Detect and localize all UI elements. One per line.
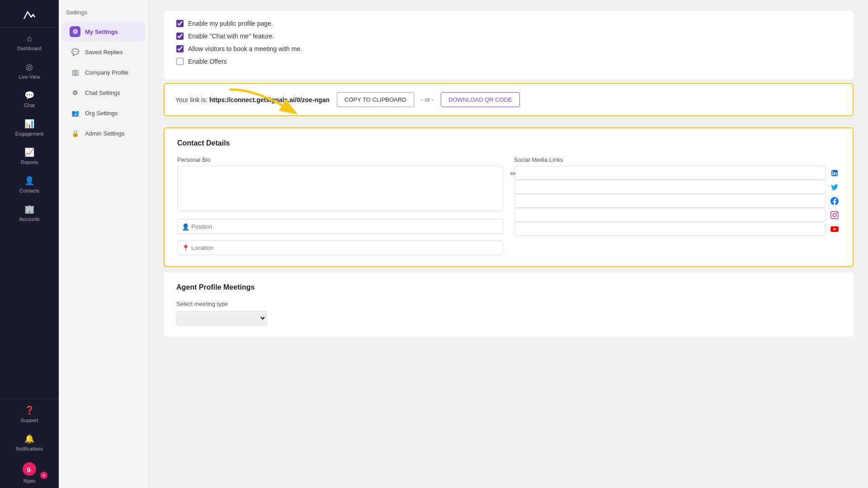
saved-replies-icon: 💬 <box>70 47 80 57</box>
sidebar-label-my-settings: My Settings <box>85 28 118 35</box>
sidebar-item-contacts[interactable]: 👤 Contacts <box>0 169 59 198</box>
nav-label-dashboard: Dashboard <box>17 46 42 51</box>
link-url-text: https://connect.getsignals.ai/0/zoe-ngan <box>209 96 330 103</box>
sidebar-item-accounts[interactable]: 🏢 Accounts <box>0 198 59 226</box>
youtube-input[interactable] <box>514 222 826 236</box>
social-row-linkedin <box>514 166 840 180</box>
checkbox-book-meeting[interactable] <box>176 45 184 52</box>
facebook-input[interactable] <box>514 194 826 208</box>
sidebar-item-my-settings[interactable]: ⚙ My Settings <box>62 22 145 42</box>
edit-bio-icon[interactable]: ✏ <box>510 169 516 178</box>
twitter-input[interactable] <box>514 180 826 194</box>
contact-left-col: Personal Bio ✏ 👤 📍 <box>177 156 503 255</box>
nav-label-contacts: Contacts <box>19 188 39 193</box>
social-row-facebook <box>514 194 840 208</box>
sidebar-label-chat-settings: Chat Settings <box>85 89 120 96</box>
sidebar-item-org-settings[interactable]: 👥 Org Settings <box>62 103 145 123</box>
company-profile-icon: 🏢 <box>70 67 80 78</box>
bio-container: ✏ <box>177 166 503 213</box>
nav-label-engagement: Engagement <box>15 131 43 136</box>
checkbox-enable-offers-row: Enable Offers <box>176 58 841 65</box>
left-navigation: ⌂ Dashboard ◎ Live View 💬 Chat 📊 Engagem… <box>0 0 59 488</box>
sidebar-label-admin-settings: Admin Settings <box>85 130 124 137</box>
checkbox-chat-with-me-row: Enable "Chat with me" feature. <box>176 33 841 40</box>
contact-details-title: Contact Details <box>177 139 840 147</box>
sidebar-item-user[interactable]: g. 9 Ngan <box>0 456 59 488</box>
agent-profile-section: Agent Profile Meetings Select meeting ty… <box>164 272 854 337</box>
checkbox-chat-with-me[interactable] <box>176 33 184 40</box>
liveview-icon: ◎ <box>26 62 33 72</box>
meeting-type-select[interactable] <box>176 311 267 326</box>
nav-label-reports: Reports <box>21 160 38 165</box>
or-separator: - or - <box>421 96 434 103</box>
org-settings-icon: 👥 <box>70 108 80 118</box>
contact-details-section: Contact Details Personal Bio ✏ 👤 <box>164 127 854 267</box>
nav-bottom: ❓ Support 🔔 Notifications g. 9 Ngan <box>0 399 59 488</box>
checkbox-chat-with-me-label: Enable "Chat with me" feature. <box>188 33 274 40</box>
my-settings-icon: ⚙ <box>70 26 80 37</box>
meeting-type-select-container <box>176 311 841 326</box>
instagram-input[interactable] <box>514 208 826 222</box>
linkedin-icon <box>829 168 840 178</box>
location-field-group: 📍 <box>177 240 503 255</box>
youtube-icon <box>829 224 840 235</box>
twitter-icon <box>829 182 840 192</box>
logo-icon <box>22 8 37 23</box>
checkbox-public-profile-label: Enable my public profile page. <box>188 20 273 27</box>
personal-bio-label: Personal Bio <box>177 156 503 163</box>
link-bar: Your link is: https://connect.getsignals… <box>164 83 854 116</box>
location-icon: 📍 <box>182 244 189 252</box>
admin-settings-icon: 🔒 <box>70 128 80 139</box>
location-input[interactable] <box>177 240 503 255</box>
sidebar-item-notifications[interactable]: 🔔 Notifications <box>0 427 59 456</box>
notifications-icon: 🔔 <box>24 434 34 444</box>
position-field-group: 👤 <box>177 219 503 234</box>
sidebar-item-chat-settings[interactable]: ⚙ Chat Settings <box>62 83 145 103</box>
sidebar-header: Settings <box>59 5 149 21</box>
profile-settings-section: Enable my public profile page. Enable "C… <box>164 11 854 80</box>
instagram-icon <box>829 210 840 221</box>
sidebar-label-org-settings: Org Settings <box>85 110 118 117</box>
social-row-youtube <box>514 222 840 236</box>
contact-details-grid: Personal Bio ✏ 👤 📍 <box>177 156 840 255</box>
checkbox-book-meeting-row: Allow visitors to book a meeting with me… <box>176 45 841 52</box>
facebook-icon <box>829 196 840 206</box>
dashboard-icon: ⌂ <box>27 34 32 43</box>
chat-settings-icon: ⚙ <box>70 87 80 98</box>
nav-label-liveview: Live View <box>19 74 40 80</box>
checkbox-enable-offers[interactable] <box>176 58 184 65</box>
nav-label-chat: Chat <box>24 103 34 108</box>
sidebar-label-company-profile: Company Profile <box>85 69 128 76</box>
sidebar-item-admin-settings[interactable]: 🔒 Admin Settings <box>62 123 145 143</box>
personal-bio-textarea[interactable] <box>177 166 503 211</box>
position-input[interactable] <box>177 219 503 234</box>
social-media-label: Social Media Links <box>514 156 840 163</box>
avatar: g. <box>23 462 36 476</box>
sidebar-item-dashboard[interactable]: ⌂ Dashboard <box>0 28 59 56</box>
link-prefix-text: Your link is: <box>175 96 209 103</box>
personal-bio-group: Personal Bio ✏ <box>177 156 503 213</box>
copy-clipboard-button[interactable]: COPY TO CLIPBOARD <box>337 92 414 107</box>
nav-label-accounts: Accounts <box>19 216 39 222</box>
sidebar-item-chat[interactable]: 💬 Chat <box>0 84 59 113</box>
nav-label-user: Ngan <box>24 478 35 483</box>
sidebar-item-engagement[interactable]: 📊 Engagement <box>0 113 59 141</box>
sidebar-item-company-profile[interactable]: 🏢 Company Profile <box>62 62 145 82</box>
social-media-group: Social Media Links <box>514 156 840 236</box>
sidebar-item-liveview[interactable]: ◎ Live View <box>0 56 59 84</box>
reports-icon: 📈 <box>24 147 34 157</box>
main-content: Enable my public profile page. Enable "C… <box>149 0 868 488</box>
download-qr-button[interactable]: DOWNLOAD QR CODE <box>441 92 520 107</box>
chat-icon: 💬 <box>24 90 34 100</box>
checkbox-public-profile[interactable] <box>176 20 184 27</box>
contacts-icon: 👤 <box>24 176 34 186</box>
support-icon: ❓ <box>24 405 34 415</box>
settings-sidebar: Settings ⚙ My Settings 💬 Saved Replies 🏢… <box>59 0 149 488</box>
sidebar-item-saved-replies[interactable]: 💬 Saved Replies <box>62 42 145 62</box>
accounts-icon: 🏢 <box>24 204 34 214</box>
sidebar-item-reports[interactable]: 📈 Reports <box>0 141 59 169</box>
checkbox-public-profile-row: Enable my public profile page. <box>176 20 841 27</box>
sidebar-item-support[interactable]: ❓ Support <box>0 399 59 427</box>
social-row-instagram <box>514 208 840 222</box>
linkedin-input[interactable] <box>514 166 826 180</box>
